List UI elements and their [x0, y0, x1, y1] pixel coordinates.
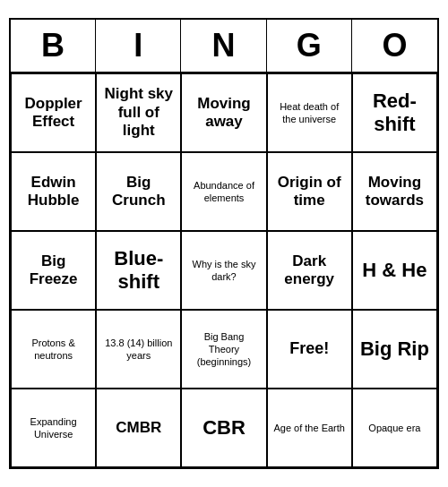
bingo-cell-7: Abundance of elements — [181, 152, 266, 231]
bingo-cell-24: Opaque era — [352, 389, 437, 467]
bingo-cell-23: Age of the Earth — [267, 389, 352, 467]
header-letter-o: O — [352, 20, 437, 72]
bingo-cell-5: Edwin Hubble — [11, 152, 96, 231]
bingo-cell-13: Dark energy — [267, 231, 352, 310]
bingo-cell-4: Red-shift — [352, 73, 437, 152]
bingo-cell-0: Doppler Effect — [11, 73, 96, 152]
bingo-cell-14: H & He — [352, 231, 437, 310]
bingo-header: BINGO — [11, 20, 437, 73]
bingo-cell-9: Moving towards — [352, 152, 437, 231]
bingo-cell-17: Big Bang Theory (beginnings) — [181, 310, 266, 389]
bingo-card: BINGO Doppler EffectNight sky full of li… — [9, 18, 439, 469]
bingo-cell-18: Free! — [267, 310, 352, 389]
bingo-cell-6: Big Crunch — [96, 152, 181, 231]
bingo-cell-11: Blue-shift — [96, 231, 181, 310]
bingo-cell-8: Origin of time — [267, 152, 352, 231]
bingo-cell-1: Night sky full of light — [96, 73, 181, 152]
header-letter-b: B — [11, 20, 96, 72]
bingo-cell-10: Big Freeze — [11, 231, 96, 310]
bingo-cell-15: Protons & neutrons — [11, 310, 96, 389]
bingo-cell-20: Expanding Universe — [11, 389, 96, 467]
bingo-cell-16: 13.8 (14) billion years — [96, 310, 181, 389]
bingo-cell-3: Heat death of the universe — [267, 73, 352, 152]
bingo-grid: Doppler EffectNight sky full of lightMov… — [11, 73, 437, 467]
bingo-cell-19: Big Rip — [352, 310, 437, 389]
header-letter-i: I — [96, 20, 181, 72]
bingo-cell-22: CBR — [181, 389, 266, 467]
bingo-cell-12: Why is the sky dark? — [181, 231, 266, 310]
header-letter-n: N — [181, 20, 266, 72]
bingo-cell-21: CMBR — [96, 389, 181, 467]
header-letter-g: G — [267, 20, 352, 72]
bingo-cell-2: Moving away — [181, 73, 266, 152]
